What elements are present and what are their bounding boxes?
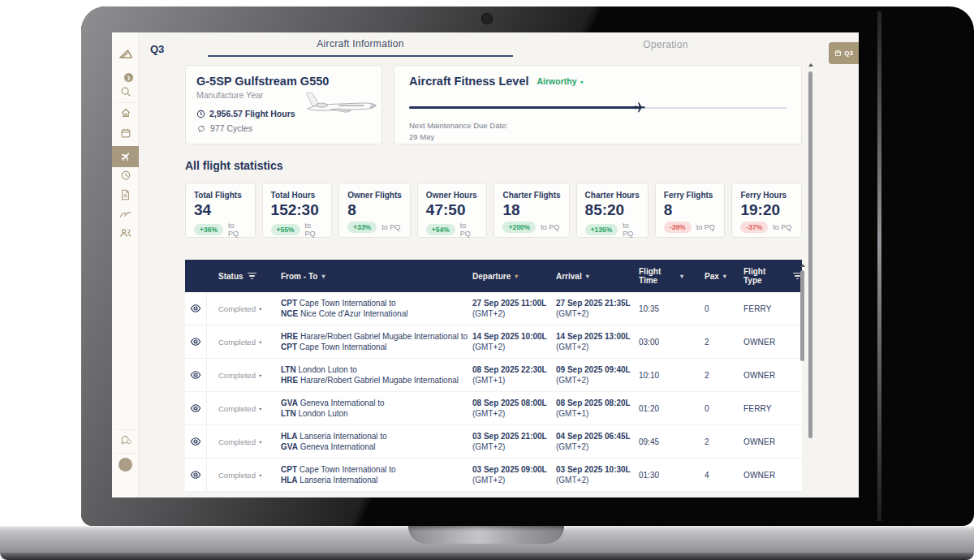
stat-value: 152:30 bbox=[271, 201, 324, 219]
sort-arrow-icon[interactable]: ▾ bbox=[680, 272, 683, 281]
arrival-cell: 14 Sep 2025 13:00L (GMT+2) bbox=[556, 331, 639, 352]
sidebar-item-search[interactable] bbox=[112, 86, 139, 97]
flight-type-cell: OWNER bbox=[743, 471, 802, 480]
stat-value: 34 bbox=[194, 201, 247, 219]
stat-card: Total Flights 34 +36% to PQ bbox=[185, 183, 256, 238]
header-status[interactable]: Status bbox=[207, 272, 281, 281]
sidebar: ❯ bbox=[112, 32, 139, 498]
stat-to-pq: to PQ bbox=[773, 223, 791, 231]
header-flight-time[interactable]: Flight Time ▾ bbox=[639, 267, 705, 285]
page-scroll-up-icon[interactable] bbox=[808, 63, 813, 67]
eye-icon bbox=[190, 403, 201, 414]
flight-type-cell: OWNER bbox=[743, 371, 802, 380]
flight-time-cell: 01:30 bbox=[639, 471, 705, 480]
stat-to-pq: to PQ bbox=[696, 223, 715, 231]
view-flight-button[interactable] bbox=[185, 392, 207, 424]
departure-cell: 08 Sep 2025 08:00L (GMT+2) bbox=[472, 398, 556, 419]
aircraft-title: G-5SP Gulfstream G550 bbox=[196, 75, 371, 88]
sidebar-item-aircraft-active[interactable] bbox=[112, 146, 139, 167]
sort-arrow-icon[interactable]: ▾ bbox=[321, 272, 325, 281]
sidebar-item-people[interactable] bbox=[112, 227, 139, 239]
stat-to-pq: to PQ bbox=[460, 222, 479, 238]
table-row[interactable]: Completed ● CPT Cape Town International … bbox=[185, 292, 802, 325]
sidebar-item-chat[interactable] bbox=[112, 435, 139, 446]
header-pax[interactable]: Pax ▾ bbox=[705, 272, 743, 281]
stat-card: Owner Hours 47:50 +54% to PQ bbox=[417, 183, 488, 238]
stat-delta-pill: +55% bbox=[271, 224, 300, 235]
sidebar-expand-button[interactable]: ❯ bbox=[112, 73, 139, 82]
sort-arrow-icon[interactable]: ▾ bbox=[586, 272, 589, 281]
table-row[interactable]: Completed ● GVA Geneva International to … bbox=[185, 392, 802, 425]
stat-delta-pill: -37% bbox=[740, 222, 768, 233]
fitness-title: Aircraft Fitness Level bbox=[409, 75, 528, 88]
view-flight-button[interactable] bbox=[185, 325, 207, 358]
sidebar-item-schedule[interactable] bbox=[112, 127, 139, 139]
table-row[interactable]: Completed ● HLA Lanseria International t… bbox=[185, 425, 802, 459]
stat-label: Ferry Flights bbox=[664, 191, 717, 200]
tab-operation[interactable]: Operation bbox=[513, 32, 818, 57]
stat-label: Owner Flights bbox=[347, 191, 402, 200]
flight-time-cell: 03:00 bbox=[639, 338, 705, 347]
sidebar-item-history[interactable] bbox=[112, 170, 139, 181]
pax-cell: 0 bbox=[705, 304, 743, 313]
stat-value: 18 bbox=[502, 201, 560, 219]
table-scrollbar[interactable] bbox=[800, 270, 804, 361]
sort-arrow-icon[interactable]: ▾ bbox=[723, 272, 726, 281]
stat-to-pq: to PQ bbox=[305, 222, 324, 238]
stat-delta-pill: +200% bbox=[502, 222, 536, 233]
stat-cards: Total Flights 34 +36% to PQ Total Hours … bbox=[185, 183, 802, 238]
view-flight-button[interactable] bbox=[185, 359, 207, 391]
sidebar-item-documents[interactable] bbox=[112, 189, 139, 200]
from-to-cell: LTN London Luton to HRE Harare/Robert Ga… bbox=[281, 364, 472, 386]
sidebar-item-crew-wings[interactable] bbox=[112, 209, 139, 218]
sidebar-divider bbox=[115, 429, 136, 430]
stats-title: All flight statistics bbox=[185, 159, 802, 172]
header-departure[interactable]: Departure ▾ bbox=[472, 272, 556, 281]
pax-cell: 4 bbox=[705, 471, 743, 480]
aircraft-photo bbox=[304, 90, 378, 116]
table-row[interactable]: Completed ● CPT Cape Town International … bbox=[185, 459, 802, 492]
eye-icon bbox=[190, 303, 201, 314]
stat-card: Owner Flights 8 +33% to PQ bbox=[338, 183, 411, 238]
tab-aircraft-information[interactable]: Aircraft Information bbox=[208, 32, 513, 57]
header-arrival[interactable]: Arrival ▾ bbox=[556, 272, 639, 281]
quarter-badge[interactable]: Q3 bbox=[829, 42, 859, 64]
view-flight-button[interactable] bbox=[185, 459, 207, 491]
arrival-cell: 03 Sep 2025 10:30L (GMT+2) bbox=[556, 464, 639, 485]
status-dot-icon: ● bbox=[259, 306, 261, 311]
from-to-cell: HRE Harare/Robert Gabriel Mugabe Interna… bbox=[281, 331, 472, 352]
filter-icon[interactable] bbox=[248, 273, 256, 280]
from-to-cell: CPT Cape Town International to HLA Lanse… bbox=[281, 464, 472, 485]
flights-table: Status From - To ▾ Departure ▾ Arrival ▾ bbox=[185, 260, 802, 492]
flight-type-cell: FERRY bbox=[743, 404, 802, 413]
view-flight-button[interactable] bbox=[185, 292, 207, 325]
clock-icon bbox=[120, 170, 131, 181]
app-screen: ❯ bbox=[112, 32, 859, 498]
header-from-to[interactable]: From - To ▾ bbox=[281, 272, 472, 281]
cycles-value: 977 Cycles bbox=[210, 123, 252, 133]
page-scrollbar[interactable] bbox=[808, 71, 812, 438]
table-row[interactable]: Completed ● HRE Harare/Robert Gabriel Mu… bbox=[185, 325, 802, 359]
flight-time-cell: 10:10 bbox=[639, 371, 705, 380]
clock-icon bbox=[196, 110, 205, 118]
sidebar-item-home[interactable] bbox=[112, 107, 139, 118]
stat-label: Charter Flights bbox=[502, 191, 560, 200]
user-avatar[interactable] bbox=[112, 458, 139, 472]
sort-arrow-icon[interactable]: ▾ bbox=[515, 272, 518, 281]
view-flight-button[interactable] bbox=[185, 425, 207, 458]
sidebar-divider bbox=[115, 102, 136, 103]
stat-label: Total Flights bbox=[194, 191, 247, 200]
status-cell: Completed ● bbox=[207, 371, 281, 380]
document-icon bbox=[120, 189, 131, 200]
table-row[interactable]: Completed ● LTN London Luton to HRE Hara… bbox=[185, 359, 802, 392]
header-flight-type[interactable]: Flight Type bbox=[743, 267, 802, 285]
stat-label: Total Hours bbox=[271, 191, 324, 200]
arrival-cell: 09 Sep 2025 09:40L (GMT+2) bbox=[556, 364, 639, 386]
eye-icon bbox=[190, 369, 201, 381]
table-scroll-up-icon[interactable] bbox=[800, 264, 805, 267]
search-icon bbox=[120, 86, 131, 97]
from-to-cell: CPT Cape Town International to NCE Nice … bbox=[281, 298, 472, 319]
status-dot-icon: ● bbox=[259, 439, 261, 444]
bezel-edge-highlight bbox=[877, 11, 881, 521]
tab-bar: Aircraft Information Operation bbox=[208, 32, 818, 57]
